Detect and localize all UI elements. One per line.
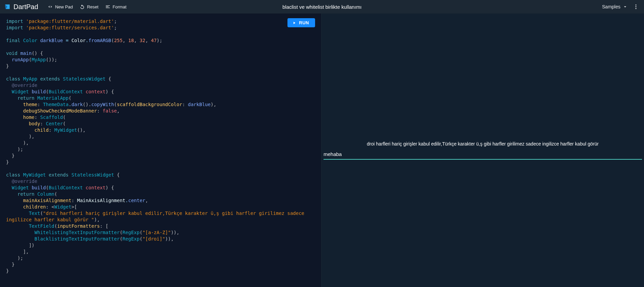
page-title: blaclist ve whitelist birlikte kullanımı [282,4,362,10]
format-label: Format [113,4,126,9]
app-header: DartPad New Pad Reset Format blaclist ve… [0,0,644,13]
textfield-underline [324,159,642,160]
play-icon [292,21,296,25]
brand[interactable]: DartPad [4,3,38,11]
run-label: RUN [299,20,309,25]
new-pad-button[interactable]: New Pad [44,3,76,11]
chevron-down-icon [622,4,628,9]
output-pane: droi harfleri hariç girişler kabul edili… [321,13,644,287]
run-button[interactable]: RUN [287,18,315,27]
svg-point-1 [636,6,637,7]
textfield-value: mehaba [324,151,642,159]
app-preview: droi harfleri hariç girişler kabul edili… [321,141,644,160]
code-icon [48,4,53,9]
format-icon [105,4,111,9]
kebab-icon [633,4,639,10]
samples-dropdown[interactable]: Samples [600,3,631,11]
code-editor-pane[interactable]: RUN import 'package:flutter/material.dar… [0,13,321,287]
reset-button[interactable]: Reset [76,3,102,11]
hint-text: droi harfleri hariç girişler kabul edili… [321,141,644,151]
svg-point-2 [636,8,637,9]
output-textfield[interactable]: mehaba [321,151,644,160]
brand-text: DartPad [13,3,38,11]
reset-icon [80,4,85,9]
svg-point-0 [636,4,637,5]
reset-label: Reset [87,4,98,9]
new-pad-label: New Pad [55,4,73,9]
overflow-menu-button[interactable] [632,3,640,11]
code-editor[interactable]: import 'package:flutter/material.dart'; … [0,13,321,279]
dart-logo-icon [4,3,11,10]
samples-label: Samples [602,4,620,9]
format-button[interactable]: Format [102,3,130,11]
main-split: RUN import 'package:flutter/material.dar… [0,13,644,287]
